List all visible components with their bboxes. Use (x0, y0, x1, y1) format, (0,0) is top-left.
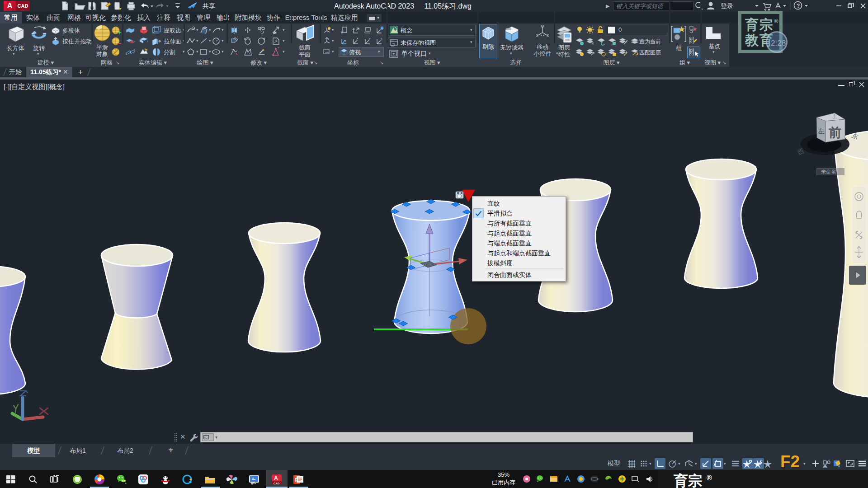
svg-text:A: A (274, 475, 278, 481)
svg-text:CAD: CAD (274, 482, 280, 485)
svg-text:前: 前 (829, 126, 841, 140)
svg-text:P: P (295, 477, 298, 483)
svg-text:?: ? (797, 3, 800, 9)
svg-text:3: 3 (380, 37, 382, 41)
svg-text:上: 上 (832, 113, 837, 119)
svg-text:东: 东 (851, 132, 859, 141)
svg-text:x: x (328, 38, 330, 41)
svg-text:左: 左 (818, 127, 825, 135)
svg-text:Z: Z (368, 37, 371, 41)
